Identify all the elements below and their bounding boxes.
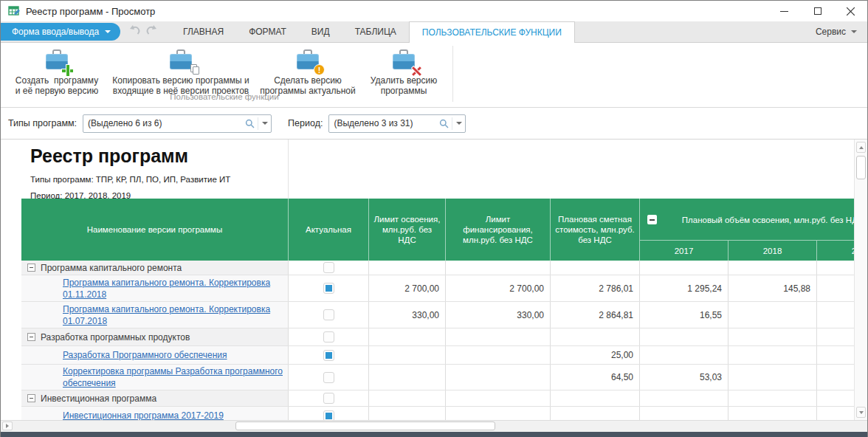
scrollbar-corner	[857, 420, 867, 432]
actual-checkbox[interactable]	[323, 262, 334, 273]
header-plan-volume-label: Плановый объём освоения, млн.руб. без НД…	[640, 199, 855, 241]
program-version-link[interactable]: Разработка Программного обеспечения	[63, 349, 227, 361]
value-cell	[728, 407, 817, 420]
ribbon-content: Создать программу и её первую версию Коп…	[1, 43, 867, 108]
value-cell	[446, 390, 551, 406]
ribbon-tab-strip: Форма ввода/вывода ГЛАВНАЯФОРМАТВИДТАБЛИ…	[1, 21, 867, 43]
value-cell	[369, 365, 446, 390]
program-version-link[interactable]: Корректировка программы Разработка прогр…	[63, 365, 283, 389]
value-cell	[640, 328, 728, 345]
chevron-down-icon[interactable]	[258, 117, 271, 130]
value-cell	[817, 407, 855, 420]
scroll-up-icon[interactable]	[856, 142, 866, 153]
ribbon-tab[interactable]: ГЛАВНАЯ	[170, 21, 236, 42]
program-version-link[interactable]: Программа капитального ремонта. Корректи…	[63, 303, 283, 327]
chevron-down-icon[interactable]	[452, 117, 465, 130]
collapse-icon[interactable]	[27, 394, 35, 402]
header-actual[interactable]: Актуальная	[289, 199, 369, 261]
table-row: Инвестиционная программа 2017-2019	[21, 407, 855, 420]
program-group-label: Инвестиционная программа	[41, 393, 156, 404]
scroll-down-icon[interactable]	[856, 407, 866, 418]
value-cell	[728, 261, 817, 275]
value-cell	[369, 346, 446, 364]
maximize-button[interactable]	[801, 1, 834, 21]
table-body: Программа капитального ремонта Программа…	[21, 261, 855, 420]
app-window: { "window": { "title": "Реестр программ …	[0, 0, 868, 437]
header-limit-dev[interactable]: Лимит освоения, млн.руб. без НДС	[369, 199, 446, 261]
value-cell: 2 864,81	[551, 302, 640, 328]
vertical-scrollbar-thumb[interactable]	[856, 156, 866, 179]
close-button[interactable]	[834, 1, 867, 21]
header-year-2017[interactable]: 2017	[640, 241, 728, 261]
chevron-down-icon	[851, 30, 857, 33]
briefcase-add-icon	[44, 49, 69, 72]
filter-bar: Типы программ: (Выделено 6 из 6) Период:…	[1, 108, 867, 140]
ribbon-tab[interactable]: ТАБЛИЦА	[342, 21, 409, 42]
programs-table: Наименование версии программы Актуальная…	[21, 199, 855, 420]
value-cell	[728, 346, 817, 364]
header-name[interactable]: Наименование версии программы	[21, 199, 289, 261]
collapse-icon[interactable]	[27, 333, 35, 341]
redo-icon[interactable]	[146, 25, 157, 38]
program-group-label: Программа капитального ремонта	[41, 263, 182, 273]
value-cell	[446, 328, 551, 345]
value-cell: 2 700,00	[369, 275, 446, 301]
value-cell	[817, 328, 855, 345]
program-version-link[interactable]: Инвестиционная программа 2017-2019	[63, 410, 224, 420]
value-cell: 64,50	[551, 365, 640, 390]
value-cell	[640, 390, 728, 406]
value-cell	[551, 328, 640, 345]
actual-checkbox[interactable]	[323, 309, 334, 320]
program-types-filter[interactable]: (Выделено 6 из 6)	[83, 114, 272, 133]
header-plan-volume-group: Плановый объём освоения, млн.руб. без НД…	[640, 199, 855, 261]
undo-icon[interactable]	[129, 25, 140, 38]
ribbon-tab[interactable]: ВИД	[299, 21, 342, 42]
minimize-button[interactable]	[768, 1, 801, 21]
ribbon-tab[interactable]: ПОЛЬЗОВАТЕЛЬСКИЕ ФУНКЦИИ	[409, 21, 575, 43]
actual-checkbox[interactable]	[323, 331, 334, 343]
ribbon-button[interactable]: ! Сделать версию программы актуальной	[253, 48, 362, 96]
header-year-2019[interactable]: 2019	[817, 241, 855, 261]
actual-checkbox[interactable]	[323, 283, 334, 294]
period-filter[interactable]: (Выделено 3 из 31)	[328, 114, 466, 133]
chevron-down-icon	[105, 30, 111, 33]
actual-checkbox[interactable]	[323, 372, 334, 383]
header-limit-fin[interactable]: Лимит финансирования, млн.руб. без НДС	[446, 199, 551, 261]
ribbon-tab[interactable]: ФОРМАТ	[236, 21, 299, 42]
value-cell	[551, 261, 640, 275]
actual-checkbox[interactable]	[323, 393, 334, 404]
vertical-scrollbar[interactable]	[854, 140, 867, 420]
value-cell	[369, 390, 446, 406]
table-row: Разработка Программного обеспечения 25,0…	[21, 346, 855, 365]
actual-checkbox[interactable]	[323, 350, 334, 361]
program-types-filter-label: Типы программ:	[8, 118, 77, 128]
header-plan-cost[interactable]: Плановая сметная стоимость, млн.руб. без…	[551, 199, 640, 261]
program-version-link[interactable]: Программа капитального ремонта. Корректи…	[63, 277, 283, 300]
search-icon	[242, 119, 258, 128]
horizontal-scrollbar-thumb[interactable]	[235, 421, 495, 430]
briefcase-actual-icon: !	[295, 49, 320, 72]
value-cell	[817, 346, 855, 364]
table-row: Корректировка программы Разработка прогр…	[21, 365, 855, 390]
form-io-button[interactable]: Форма ввода/вывода	[1, 23, 120, 41]
value-cell	[640, 261, 728, 275]
scroll-right-icon[interactable]	[2, 421, 13, 430]
value-cell	[369, 328, 446, 345]
collapse-icon[interactable]	[27, 264, 35, 272]
value-cell	[817, 261, 855, 275]
value-cell: 1 295,24	[640, 275, 728, 301]
value-cell	[551, 407, 640, 420]
horizontal-scrollbar[interactable]	[1, 420, 858, 432]
ribbon-button[interactable]: Создать программу и её первую версию	[5, 48, 108, 96]
actual-checkbox[interactable]	[323, 410, 334, 421]
header-year-2018[interactable]: 2018	[728, 241, 817, 261]
table-header: Наименование версии программы Актуальная…	[21, 199, 855, 261]
window-bottom-border	[1, 432, 867, 437]
column-separator	[288, 140, 289, 199]
ribbon-group-label: Пользовательские функции	[1, 92, 448, 101]
ribbon-button[interactable]: Удалить версию программы	[362, 48, 445, 96]
collapse-group-icon[interactable]	[647, 215, 657, 224]
service-menu[interactable]: Сервис	[816, 27, 857, 37]
ribbon-button[interactable]: Копировать версию программы и входящие в…	[108, 48, 253, 96]
value-cell	[446, 365, 551, 390]
